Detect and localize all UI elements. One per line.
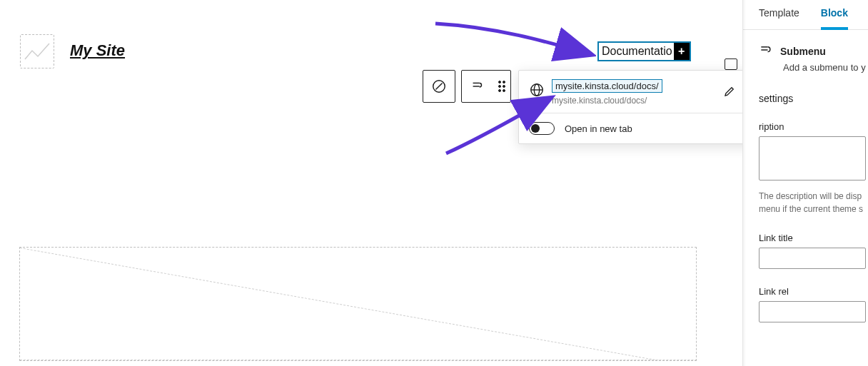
- sidebar-scroll-shadow: [742, 0, 746, 366]
- sidebar-tabs: Template Block: [743, 0, 868, 30]
- open-new-tab-label: Open in new tab: [565, 123, 632, 134]
- settings-heading: settings: [743, 73, 868, 104]
- edit-link-button[interactable]: [717, 79, 742, 103]
- description-field[interactable]: [759, 136, 866, 181]
- annotation-arrow-icon: [432, 20, 596, 63]
- svg-point-5: [503, 86, 505, 88]
- annotation-arrow-icon: [443, 93, 557, 157]
- image-placeholder[interactable]: [19, 247, 697, 361]
- svg-line-1: [435, 83, 442, 89]
- nav-link-documentation[interactable]: Documentatio +: [597, 41, 691, 61]
- link-url-secondary: mysite.kinsta.cloud/docs/: [552, 96, 717, 106]
- link-rel-label: Link rel: [743, 269, 868, 301]
- svg-point-6: [499, 90, 501, 92]
- link-url[interactable]: mysite.kinsta.cloud/docs/: [552, 79, 662, 93]
- svg-point-2: [499, 81, 501, 83]
- submenu-block-icon: [759, 43, 773, 59]
- link-title-label: Link title: [743, 215, 868, 248]
- svg-point-7: [503, 90, 505, 92]
- tab-template[interactable]: Template: [759, 7, 799, 29]
- description-label: ription: [743, 104, 868, 136]
- nav-appender[interactable]: [725, 59, 737, 70]
- editor-canvas: My Site Documentatio +: [0, 0, 742, 366]
- nav-link-label: Documentatio: [599, 45, 674, 58]
- site-logo-placeholder[interactable]: [20, 34, 54, 68]
- link-title-field[interactable]: [759, 248, 866, 269]
- site-title[interactable]: My Site: [70, 41, 125, 60]
- add-submenu-button[interactable]: +: [674, 43, 690, 60]
- description-help: The description will be disp menu if the…: [743, 183, 868, 215]
- svg-point-4: [499, 86, 501, 88]
- link-rel-field[interactable]: [759, 301, 866, 322]
- block-name: Submenu: [780, 46, 826, 57]
- svg-point-3: [503, 81, 505, 83]
- blurred-content: [19, 144, 112, 181]
- block-description: Add a submenu to y: [743, 62, 868, 73]
- settings-sidebar: Template Block Submenu Add a submenu to …: [742, 0, 868, 366]
- tab-block[interactable]: Block: [821, 7, 848, 30]
